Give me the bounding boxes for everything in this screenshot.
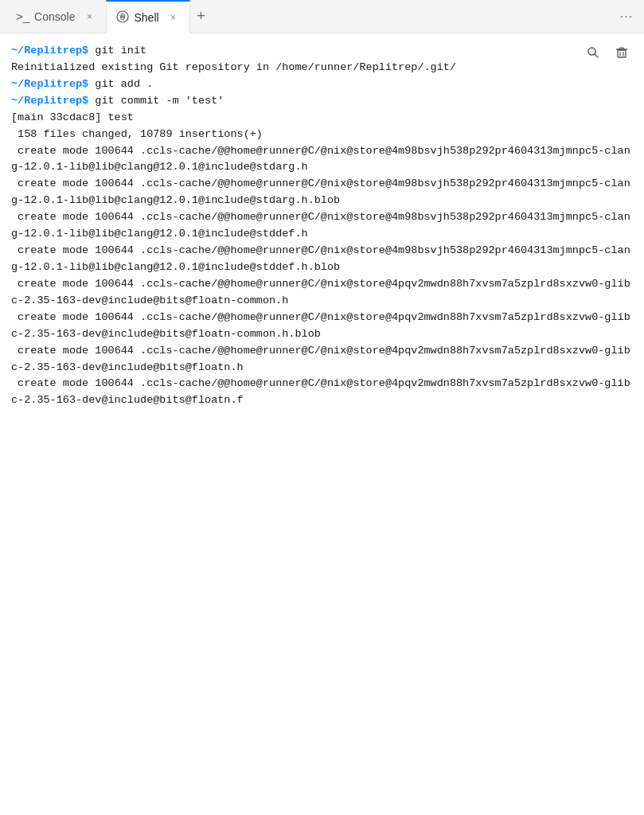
- svg-line-3: [595, 54, 598, 57]
- tab-add-button[interactable]: +: [190, 6, 213, 28]
- output-8: create mode 100644 .ccls-cache/@@home@ru…: [11, 278, 630, 306]
- prompt-2: ~/Replitrep$: [11, 78, 88, 90]
- terminal-content: ~/Replitrep$ git init Reinitialized exis…: [11, 43, 633, 409]
- prompt-3: ~/Replitrep$: [11, 95, 88, 107]
- output-6: create mode 100644 .ccls-cache/@@home@ru…: [11, 211, 630, 240]
- output-11: create mode 100644 .ccls-cache/@@home@ru…: [11, 377, 630, 406]
- output-1: Reinitialized existing Git repository in…: [11, 61, 456, 73]
- output-2: [main 33cdac8] test: [11, 111, 134, 123]
- svg-rect-6: [620, 48, 624, 49]
- output-3: 158 files changed, 10789 insertions(+): [11, 128, 263, 140]
- tab-bar: >_ Console × Shell × + ···: [0, 0, 644, 33]
- cmd-3: git commit -m 'test': [88, 95, 224, 107]
- trash-button[interactable]: [611, 41, 633, 64]
- output-4: create mode 100644 .ccls-cache/@@home@ru…: [11, 145, 630, 174]
- output-7: create mode 100644 .ccls-cache/@@home@ru…: [11, 244, 630, 273]
- svg-rect-4: [618, 50, 626, 57]
- output-9: create mode 100644 .ccls-cache/@@home@ru…: [11, 311, 630, 340]
- tab-console-label: Console: [34, 10, 75, 23]
- tab-shell-close[interactable]: ×: [167, 11, 180, 24]
- search-button[interactable]: [582, 41, 604, 64]
- tab-menu-button[interactable]: ···: [615, 6, 638, 28]
- toolbar-icons: [582, 41, 633, 64]
- output-10: create mode 100644 .ccls-cache/@@home@ru…: [11, 345, 630, 373]
- console-icon: >_: [16, 10, 29, 23]
- terminal-container: ~/Replitrep$ git init Reinitialized exis…: [0, 33, 644, 815]
- shell-icon: [116, 10, 129, 25]
- tab-shell-label: Shell: [134, 11, 158, 24]
- prompt-1: ~/Replitrep$: [11, 45, 88, 57]
- tab-shell[interactable]: Shell ×: [106, 0, 189, 33]
- output-5: create mode 100644 .ccls-cache/@@home@ru…: [11, 177, 630, 206]
- cmd-2: git add .: [88, 78, 153, 90]
- tab-console[interactable]: >_ Console ×: [6, 0, 106, 33]
- tab-console-close[interactable]: ×: [83, 10, 96, 23]
- cmd-1: git init: [88, 45, 146, 57]
